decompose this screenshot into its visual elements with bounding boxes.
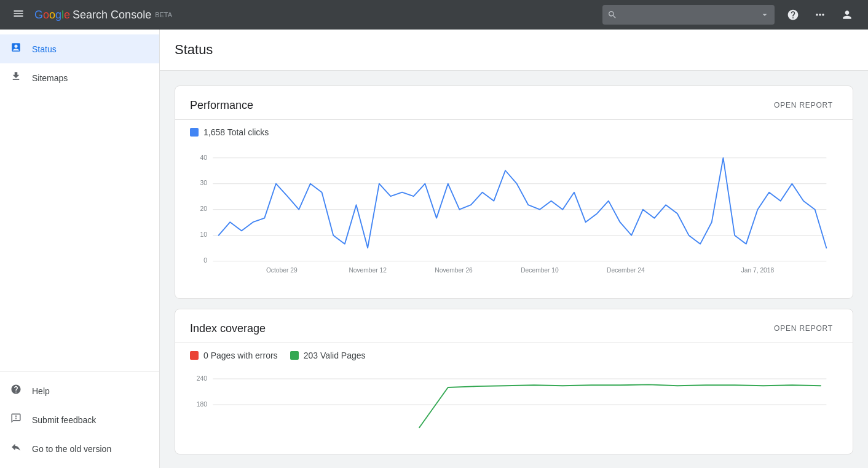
index-coverage-card: Index coverage OPEN REPORT 0 Pages with … [175,309,853,454]
performance-open-report[interactable]: OPEN REPORT [769,98,838,112]
beta-badge: BETA [155,11,172,18]
search-bar[interactable] [602,5,775,25]
performance-chart-svg: 40 30 20 10 0 Octobe [190,145,838,286]
y-label-240: 240 [197,375,207,382]
sidebar: Status Sitemaps Help [0,30,160,468]
main-content: Status Performance OPEN REPORT 1,658 Tot… [160,30,868,468]
performance-legend-dot [190,128,199,137]
errors-legend-text: 0 Pages with errors [203,351,278,360]
y-label-40: 40 [200,154,208,161]
search-icon [607,10,617,20]
content-body: Performance OPEN REPORT 1,658 Total clic… [160,71,868,468]
help-icon [10,384,22,398]
x-label-dec24: December 24 [607,267,645,274]
sitemaps-icon [10,71,22,85]
menu-icon[interactable] [10,5,27,25]
index-coverage-title: Index coverage [190,322,266,335]
status-label: Status [32,44,57,54]
google-wordmark: Google [34,9,70,22]
header-actions [782,4,858,26]
index-coverage-legend-errors: 0 Pages with errors [190,351,278,360]
x-label-nov26: November 26 [435,267,473,274]
x-label-jan7: Jan 7, 2018 [741,267,775,274]
index-coverage-card-header: Index coverage OPEN REPORT [175,309,853,343]
sitemaps-label: Sitemaps [32,73,68,83]
content-header: Status [160,30,868,71]
help-button[interactable] [782,4,804,26]
feedback-icon [10,413,22,427]
performance-legend: 1,658 Total clicks [175,120,853,145]
sidebar-bottom: Help Submit feedback Go to the old versi… [0,371,159,468]
performance-line [219,158,827,248]
sidebar-nav: Status Sitemaps [0,30,159,371]
index-coverage-legend-valid: 203 Valid Pages [290,351,366,360]
sidebar-item-sitemaps[interactable]: Sitemaps [0,63,159,92]
x-label-oct29: October 29 [266,267,298,274]
account-button[interactable] [836,4,858,26]
sidebar-item-status[interactable]: Status [0,34,159,63]
status-icon [10,42,22,56]
x-label-nov12: November 12 [349,267,387,274]
y-label-30: 30 [200,180,208,186]
performance-card-header: Performance OPEN REPORT [175,86,853,120]
help-label: Help [32,386,50,396]
apps-button[interactable] [809,4,831,26]
performance-chart: 40 30 20 10 0 Octobe [175,145,853,298]
index-coverage-open-report[interactable]: OPEN REPORT [769,322,838,335]
performance-legend-item: 1,658 Total clicks [190,127,269,137]
performance-legend-text: 1,658 Total clicks [203,127,269,137]
y-label-20: 20 [200,205,208,212]
y-label-180: 180 [197,401,207,408]
search-input[interactable] [622,10,755,20]
index-coverage-chart: 240 180 [175,368,853,454]
page-title: Status [175,42,853,58]
app-logo: Google Search Console BETA [34,9,172,22]
sidebar-item-help[interactable]: Help [0,376,159,405]
valid-legend-dot [290,351,299,360]
performance-title: Performance [190,99,253,112]
performance-card: Performance OPEN REPORT 1,658 Total clic… [175,85,853,299]
index-coverage-line [419,384,821,427]
index-coverage-legend: 0 Pages with errors 203 Valid Pages [175,343,853,368]
main-layout: Status Sitemaps Help [0,30,868,468]
x-label-dec10: December 10 [521,267,559,274]
feedback-label: Submit feedback [32,415,96,425]
valid-legend-text: 203 Valid Pages [304,351,366,360]
product-name: Search Console [73,9,151,22]
old-version-icon [10,442,22,456]
dropdown-icon[interactable] [760,10,770,20]
sidebar-item-old-version[interactable]: Go to the old version [0,434,159,463]
old-version-label: Go to the old version [32,444,111,454]
sidebar-item-feedback[interactable]: Submit feedback [0,405,159,434]
y-label-10: 10 [200,231,208,238]
errors-legend-dot [190,351,199,360]
y-label-0: 0 [203,257,207,264]
index-coverage-chart-svg: 240 180 [190,368,838,442]
app-header: Google Search Console BETA [0,0,868,30]
